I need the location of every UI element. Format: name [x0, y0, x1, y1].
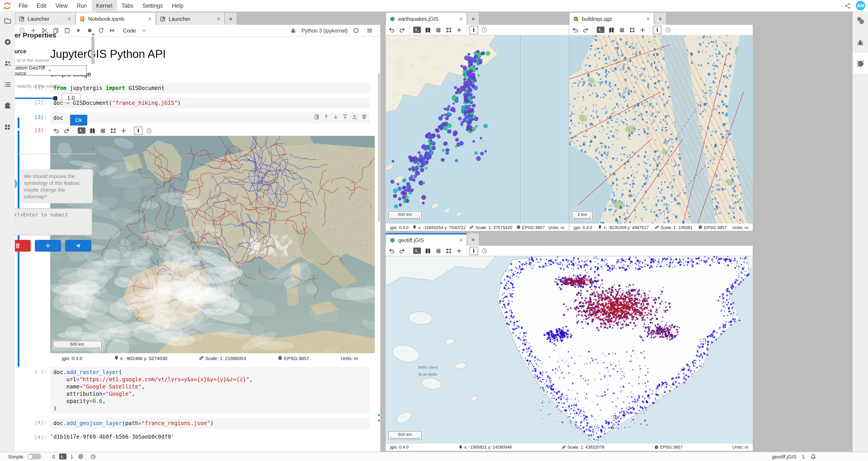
new-tab-button[interactable]: +	[225, 12, 237, 25]
menu-item-tabs[interactable]: Tabs	[117, 0, 138, 11]
transform-button[interactable]	[444, 26, 453, 34]
menu-item-run[interactable]: Run	[72, 0, 92, 11]
insert-cell-above-button[interactable]	[342, 114, 348, 120]
kernels-blocks-icon[interactable]	[0, 123, 15, 131]
redo-button[interactable]	[397, 246, 406, 255]
close-tab-icon[interactable]	[646, 16, 651, 21]
undo-button[interactable]	[387, 246, 396, 255]
submit-annotation-button[interactable]	[65, 240, 91, 252]
table-of-contents-icon[interactable]	[0, 80, 15, 89]
undo-button[interactable]	[570, 26, 580, 34]
close-tab-icon[interactable]	[216, 16, 221, 21]
menu-item-kernel[interactable]: Kernel	[92, 0, 117, 11]
current-document[interactable]: geotiff.jGIS	[772, 454, 796, 459]
kernel-name[interactable]: Python 3 (ipykernel)	[301, 28, 348, 33]
tab-notebook[interactable]: Notebook.ipynb	[75, 12, 156, 25]
code-editor[interactable]: from jupytergis import GISDocument	[50, 83, 370, 94]
identify-button[interactable]: i	[134, 126, 143, 135]
move-cell-down-button[interactable]	[333, 114, 339, 120]
add-layer-button[interactable]	[454, 246, 463, 255]
console-button[interactable]: $_	[413, 27, 421, 33]
code-editor[interactable]: doc = GISDocument("france_hiking.jGIS")	[50, 98, 370, 108]
basemap-button[interactable]	[423, 246, 432, 255]
menu-item-settings[interactable]: Settings	[138, 0, 167, 11]
transform-button[interactable]	[108, 126, 118, 135]
user-avatar[interactable]: AM	[856, 1, 865, 10]
jupytergis-panel-tab[interactable]	[852, 53, 868, 74]
console-button[interactable]: $_	[597, 27, 604, 33]
close-tab-icon[interactable]	[147, 16, 152, 21]
new-tab-button[interactable]: +	[654, 12, 666, 25]
insert-cell-below-button[interactable]	[352, 114, 358, 120]
redo-button[interactable]	[397, 26, 406, 34]
code-editor[interactable]: doc.add_raster_layer( url="https://mt1.g…	[50, 367, 370, 414]
buildings-map[interactable]: 2 km	[569, 35, 753, 224]
identify-button[interactable]: i	[653, 26, 662, 34]
notebook-scrollbar[interactable]	[378, 37, 380, 452]
close-tab-icon[interactable]	[458, 238, 463, 242]
transform-button[interactable]	[627, 26, 637, 34]
bell-icon[interactable]	[810, 454, 816, 460]
files-icon[interactable]	[0, 17, 15, 25]
share-icon[interactable]	[844, 2, 851, 9]
duplicate-cell-button[interactable]	[314, 114, 320, 120]
opacity-value[interactable]: 1.0	[61, 93, 81, 103]
tab-launcher-2[interactable]: Launcher	[156, 12, 225, 25]
grid-button[interactable]	[434, 246, 442, 255]
source-select[interactable]: Custom GeoTiff Source	[7, 66, 87, 75]
scrollbar-thumb[interactable]	[91, 36, 94, 64]
property-inspector-gears-icon[interactable]	[852, 16, 868, 24]
debugger-toggle-bug-icon[interactable]	[288, 26, 298, 35]
identify-button[interactable]: i	[469, 26, 478, 34]
menu-item-file[interactable]: File	[14, 0, 32, 11]
tab-geotiff[interactable]: geotiff.jGIS	[385, 233, 467, 246]
tab-earthquakes[interactable]: earthquakes.jGIS	[385, 12, 467, 25]
history-button[interactable]	[480, 246, 489, 255]
geotiff-map[interactable]: 500 km	[385, 256, 753, 443]
basemap-button[interactable]	[607, 26, 616, 34]
grid-button[interactable]	[434, 26, 442, 34]
close-tab-icon[interactable]	[458, 16, 463, 21]
grid-button[interactable]	[617, 26, 626, 34]
ok-button[interactable]: Ok	[70, 115, 87, 126]
new-tab-button[interactable]: +	[467, 233, 479, 246]
earthquakes-map[interactable]: 500 km	[385, 35, 569, 224]
history-button[interactable]	[480, 26, 489, 34]
notification-count[interactable]: 1	[802, 454, 805, 459]
restart-kernel-button[interactable]	[96, 26, 106, 35]
toolbar-menu-icon[interactable]	[364, 26, 375, 35]
restart-run-all-button[interactable]	[107, 26, 118, 35]
grid-button[interactable]	[98, 126, 107, 135]
history-icon[interactable]	[90, 454, 96, 460]
terminal-icon[interactable]: $_	[59, 454, 66, 460]
undo-button[interactable]	[387, 26, 396, 34]
delete-cell-button[interactable]	[361, 114, 367, 120]
move-cell-up-button[interactable]	[323, 114, 329, 120]
cell-type-select[interactable]: Code	[123, 27, 136, 34]
history-button[interactable]	[663, 26, 672, 34]
extensions-puzzle-icon[interactable]	[0, 102, 15, 110]
close-tab-icon[interactable]	[67, 16, 72, 21]
slider-handle[interactable]	[53, 96, 57, 100]
console-button[interactable]: $_	[413, 248, 421, 254]
kernel-chip-icon[interactable]	[77, 453, 84, 460]
annotation-input[interactable]	[4, 208, 92, 235]
scroll-down-icon[interactable]	[91, 148, 95, 151]
tab-buildings[interactable]: buildings.qgz	[569, 12, 654, 25]
menu-item-view[interactable]: View	[51, 0, 72, 11]
add-layer-button[interactable]	[454, 26, 463, 34]
debugger-bug-icon[interactable]	[852, 38, 868, 46]
tab-launcher-1[interactable]: Launcher	[15, 12, 75, 25]
identify-button[interactable]: i	[469, 246, 478, 255]
scroll-up-icon[interactable]	[91, 33, 95, 35]
transform-button[interactable]	[444, 246, 453, 255]
simple-mode-toggle[interactable]	[27, 454, 41, 460]
menu-item-help[interactable]: Help	[167, 0, 188, 11]
france-hiking-map[interactable]: 500 km	[50, 136, 375, 353]
redo-button[interactable]	[581, 26, 590, 34]
collaborators-icon[interactable]	[0, 59, 15, 67]
terminal-count[interactable]: 0	[52, 454, 55, 459]
add-layer-button[interactable]	[638, 26, 647, 34]
basemap-button[interactable]	[423, 26, 432, 34]
history-button[interactable]	[144, 126, 153, 135]
